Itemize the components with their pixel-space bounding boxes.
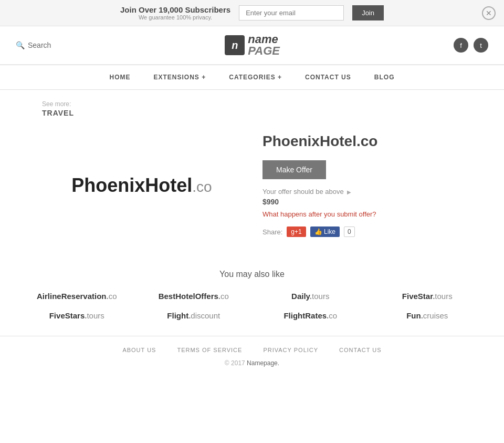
join-button[interactable]: Join bbox=[352, 5, 384, 20]
list-item[interactable]: FiveStars.tours bbox=[21, 311, 133, 320]
logo-text: name PAGE bbox=[248, 34, 280, 57]
footer-about[interactable]: ABOUT US bbox=[122, 347, 156, 353]
also-like-section: You may also like AirlineReservation.co … bbox=[0, 259, 504, 336]
make-offer-button[interactable]: Make Offer bbox=[262, 160, 326, 179]
google-plus-button[interactable]: g+1 bbox=[287, 226, 306, 237]
share-label: Share: bbox=[262, 228, 282, 236]
banner-title: Join Over 19,000 Subscribers bbox=[120, 5, 230, 14]
footer-terms[interactable]: TERMS OF SERVICE bbox=[177, 347, 242, 353]
offer-amount: $990 bbox=[262, 198, 462, 206]
offer-info: Your offer should be above bbox=[262, 188, 462, 195]
offer-chevron bbox=[347, 188, 351, 195]
logo-n: n bbox=[232, 39, 238, 51]
also-like-title: You may also like bbox=[21, 270, 483, 279]
category-link[interactable]: TRAVEL bbox=[42, 109, 462, 117]
search-label: Search bbox=[28, 41, 51, 49]
list-item[interactable]: Fun.cruises bbox=[372, 311, 484, 320]
header: 🔍 Search n name PAGE f t bbox=[0, 26, 504, 65]
logo-page: PAGE bbox=[248, 45, 280, 57]
search-area[interactable]: 🔍 Search bbox=[16, 41, 51, 49]
main-nav: HOME EXTENSIONS + CATEGORIES + CONTACT U… bbox=[0, 65, 504, 90]
close-banner-button[interactable]: ✕ bbox=[482, 6, 496, 20]
list-item[interactable]: Daily.tours bbox=[255, 292, 366, 301]
list-item[interactable]: FiveStar.tours bbox=[372, 292, 484, 301]
top-banner: Join Over 19,000 Subscribers We guarante… bbox=[0, 0, 504, 26]
offer-link[interactable]: What happens after you submit offer? bbox=[262, 210, 462, 218]
footer: ABOUT US TERMS OF SERVICE PRIVACY POLICY… bbox=[0, 336, 504, 377]
nav-blog[interactable]: BLOG bbox=[363, 65, 406, 89]
share-area: Share: g+1 👍 Like 0 bbox=[262, 226, 462, 237]
domain-info: PhoenixHotel.co Make Offer Your offer sh… bbox=[262, 133, 462, 237]
footer-namepage-link[interactable]: Namepage. bbox=[247, 359, 279, 367]
search-icon: 🔍 bbox=[16, 41, 25, 49]
facebook-like-button[interactable]: 👍 Like bbox=[310, 226, 340, 237]
nav-contact[interactable]: CONTACT US bbox=[293, 65, 363, 89]
list-item[interactable]: FlightRates.co bbox=[255, 311, 366, 320]
banner-text: Join Over 19,000 Subscribers We guarante… bbox=[120, 5, 230, 20]
nav-extensions[interactable]: EXTENSIONS + bbox=[142, 65, 218, 89]
offer-above-text: Your offer should be above bbox=[262, 188, 344, 195]
domain-logo-area: PhoenixHotel.co bbox=[42, 133, 242, 238]
social-icons: f t bbox=[454, 38, 488, 53]
copy-year: © 2017 bbox=[225, 359, 245, 367]
footer-links: ABOUT US TERMS OF SERVICE PRIVACY POLICY… bbox=[10, 347, 494, 353]
nav-categories[interactable]: CATEGORIES + bbox=[217, 65, 293, 89]
logo-symbol: n bbox=[225, 35, 245, 55]
domain-logo-bold: PhoenixHotel bbox=[71, 174, 192, 196]
banner-subtitle: We guarantee 100% privacy. bbox=[120, 14, 230, 20]
main-content: PhoenixHotel.co PhoenixHotel.co Make Off… bbox=[0, 122, 504, 259]
domain-name: PhoenixHotel.co bbox=[262, 133, 462, 150]
footer-privacy[interactable]: PRIVACY POLICY bbox=[263, 347, 318, 353]
list-item[interactable]: Flight.discount bbox=[138, 311, 250, 320]
list-item[interactable]: BestHotelOffers.co bbox=[138, 292, 250, 301]
facebook-count: 0 bbox=[344, 226, 355, 237]
see-more-label: See more: bbox=[42, 100, 71, 108]
logo-name: name bbox=[248, 34, 280, 45]
logo[interactable]: n name PAGE bbox=[225, 34, 280, 57]
twitter-icon[interactable]: t bbox=[474, 38, 488, 53]
facebook-icon[interactable]: f bbox=[454, 38, 468, 53]
nav-home[interactable]: HOME bbox=[98, 65, 142, 89]
breadcrumb: See more: TRAVEL bbox=[0, 90, 504, 122]
footer-contact[interactable]: CONTACT US bbox=[339, 347, 382, 353]
list-item[interactable]: AirlineReservation.co bbox=[21, 292, 133, 301]
domain-logo: PhoenixHotel.co bbox=[71, 174, 212, 197]
domain-logo-tld: .co bbox=[192, 179, 212, 195]
email-input[interactable] bbox=[239, 5, 344, 20]
also-like-grid: AirlineReservation.co BestHotelOffers.co… bbox=[21, 292, 483, 320]
footer-copyright: © 2017 Namepage. bbox=[10, 359, 494, 367]
